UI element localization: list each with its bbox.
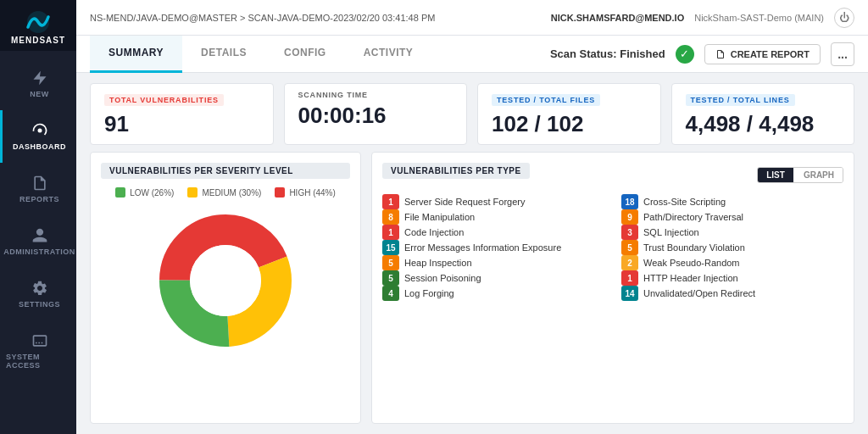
sidebar-item-system-access[interactable]: SYSTEM ACCESS [0, 320, 76, 381]
list-item: 4 Log Forging [382, 286, 604, 301]
legend-dot-medium [187, 187, 198, 198]
legend-label-low: LOW (26%) [130, 188, 174, 198]
list-item: 15 Error Messages Information Exposure [382, 240, 604, 255]
tab-details[interactable]: DETAILS [182, 36, 265, 73]
dashboard-icon [31, 122, 48, 139]
more-options-button[interactable]: ... [831, 42, 854, 66]
legend-item-high: HIGH (44%) [275, 187, 335, 198]
scan-status: Scan Status: Finished ✓ CREATE REPORT ..… [550, 42, 854, 66]
tab-summary[interactable]: SUMMARY [90, 36, 182, 73]
vuln-label: Code Injection [404, 227, 464, 237]
logo-text: MENDSAST [11, 36, 65, 45]
vuln-badge: 8 [382, 209, 399, 225]
vuln-label: Unvalidated/Open Redirect [643, 288, 755, 298]
scan-status-text: Scan Status: Finished [550, 47, 665, 60]
topbar-user: NICK.SHAMSFARD@MEND.IO [551, 13, 684, 23]
list-item: 14 Unvalidated/Open Redirect [621, 286, 843, 301]
vuln-badge: 15 [382, 240, 399, 255]
vuln-badge: 5 [382, 255, 399, 270]
stat-value-scanning-time: 00:00:16 [298, 103, 453, 129]
stat-label-tested-lines: TESTED / TOTAL LINES [686, 94, 795, 106]
vuln-type-header: VULNERABILITIES PER TYPE LIST GRAPH [382, 163, 843, 187]
legend-label-medium: MEDIUM (30%) [202, 188, 261, 198]
severity-chart-title: VULNERABILITIES PER SEVERITY LEVEL [101, 163, 350, 179]
vuln-list-right: 18 Cross-Site Scripting 9 Path/Directory… [621, 194, 843, 413]
stat-card-tested-files: TESTED / TOTAL FILES 102 / 102 [477, 83, 661, 145]
stat-label-tested-files: TESTED / TOTAL FILES [492, 94, 600, 106]
toggle-list-button[interactable]: LIST [758, 168, 793, 182]
list-item: 5 Trust Boundary Violation [621, 240, 843, 255]
sidebar-item-settings[interactable]: SETTINGS [0, 268, 76, 320]
stats-row: TOTAL VULNERABILITIES 91 SCANNING TIME 0… [76, 73, 868, 152]
vuln-badge: 1 [382, 225, 399, 240]
sidebar-item-reports-label: REPORTS [19, 195, 59, 203]
vuln-badge: 4 [382, 286, 399, 301]
vuln-label: Weak Pseudo-Random [643, 258, 740, 268]
create-report-button[interactable]: CREATE REPORT [704, 44, 821, 64]
tab-activity[interactable]: ACTIVITY [345, 36, 432, 73]
stat-card-tested-lines: TESTED / TOTAL LINES 4,498 / 4,498 [671, 83, 855, 145]
reports-icon [31, 175, 48, 192]
legend-item-low: LOW (26%) [115, 187, 174, 198]
topbar-right: NICK.SHAMSFARD@MEND.IO NickSham-SAST-Dem… [551, 8, 854, 28]
svg-point-1 [37, 129, 42, 133]
vuln-label: Cross-Site Scripting [643, 197, 726, 207]
lightning-icon [31, 70, 48, 86]
vuln-label: File Manipulation [404, 212, 475, 222]
sidebar-item-reports[interactable]: REPORTS [0, 163, 76, 215]
vuln-list-left: 1 Server Side Request Forgery 8 File Man… [382, 194, 604, 413]
legend-item-medium: MEDIUM (30%) [187, 187, 261, 198]
topbar: NS-MEND/JAVA-DEMO@MASTER > SCAN-JAVA-DEM… [76, 0, 868, 36]
sidebar-item-dashboard[interactable]: DASHBOARD [0, 110, 76, 163]
severity-donut-area: LOW (26%) MEDIUM (30%) HIGH (44%) [101, 187, 350, 413]
sidebar-item-dashboard-label: DASHBOARD [13, 142, 66, 151]
sidebar-item-administration-label: ADMINISTRATION [3, 248, 75, 256]
main-content: NS-MEND/JAVA-DEMO@MASTER > SCAN-JAVA-DEM… [76, 0, 868, 434]
legend-dot-low [115, 187, 125, 198]
severity-chart-card: VULNERABILITIES PER SEVERITY LEVEL LOW (… [90, 152, 361, 424]
sidebar-item-system-access-label: SYSTEM ACCESS [6, 353, 73, 370]
vuln-label: SQL Injection [643, 227, 699, 237]
stat-label-total-vulnerabilities: TOTAL VULNERABILITIES [104, 94, 224, 106]
stat-card-scanning-time: SCANNING TIME 00:00:16 [284, 83, 468, 145]
toggle-graph-button[interactable]: GRAPH [795, 168, 843, 182]
sidebar-item-new-label: NEW [30, 90, 49, 98]
mend-logo-icon [23, 10, 53, 34]
stat-value-tested-files: 102 / 102 [492, 111, 647, 137]
stat-value-tested-lines: 4,498 / 4,498 [686, 111, 841, 137]
vuln-type-list: 1 Server Side Request Forgery 8 File Man… [382, 194, 843, 413]
topbar-org: NickSham-SAST-Demo (MAIN) [694, 13, 824, 23]
list-item: 8 File Manipulation [382, 209, 604, 225]
vuln-label: Heap Inspection [404, 258, 472, 268]
list-item: 18 Cross-Site Scripting [621, 194, 843, 209]
sidebar-item-new[interactable]: NEW [0, 58, 76, 110]
vuln-label: Trust Boundary Violation [643, 242, 745, 253]
vuln-type-chart-title: VULNERABILITIES PER TYPE [382, 163, 530, 179]
vuln-type-chart-card: VULNERABILITIES PER TYPE LIST GRAPH 1 Se… [371, 152, 854, 424]
vuln-badge: 1 [382, 194, 399, 209]
donut-chart-svg [141, 204, 310, 348]
legend-label-high: HIGH (44%) [289, 188, 335, 198]
vuln-label: HTTP Header Injection [643, 273, 738, 283]
vuln-label: Log Forging [404, 288, 454, 298]
sidebar-item-administration[interactable]: ADMINISTRATION [0, 215, 76, 268]
vuln-badge: 3 [621, 225, 638, 240]
tabs: SUMMARY DETAILS CONFIG ACTIVITY [90, 36, 431, 73]
vuln-label: Error Messages Information Exposure [404, 242, 561, 253]
list-item: 2 Weak Pseudo-Random [621, 255, 843, 270]
power-button[interactable]: ⏻ [834, 8, 854, 28]
list-item: 5 Heap Inspection [382, 255, 604, 270]
list-graph-toggle: LIST GRAPH [757, 167, 843, 183]
system-icon [31, 332, 48, 349]
document-icon [715, 49, 726, 59]
stat-card-total-vulnerabilities: TOTAL VULNERABILITIES 91 [90, 83, 274, 145]
list-item: 5 Session Poisoning [382, 270, 604, 286]
sidebar: MENDSAST NEW DASHBOARD REPORTS ADMINISTR… [0, 0, 76, 434]
vuln-badge: 9 [621, 209, 638, 225]
breadcrumb-path: NS-MEND/JAVA-DEMO@MASTER > SCAN-JAVA-DEM… [90, 13, 435, 23]
list-item: 3 SQL Injection [621, 225, 843, 240]
list-item: 1 Code Injection [382, 225, 604, 240]
tab-config[interactable]: CONFIG [265, 36, 345, 73]
sidebar-item-settings-label: SETTINGS [19, 300, 60, 309]
list-item: 1 HTTP Header Injection [621, 270, 843, 286]
